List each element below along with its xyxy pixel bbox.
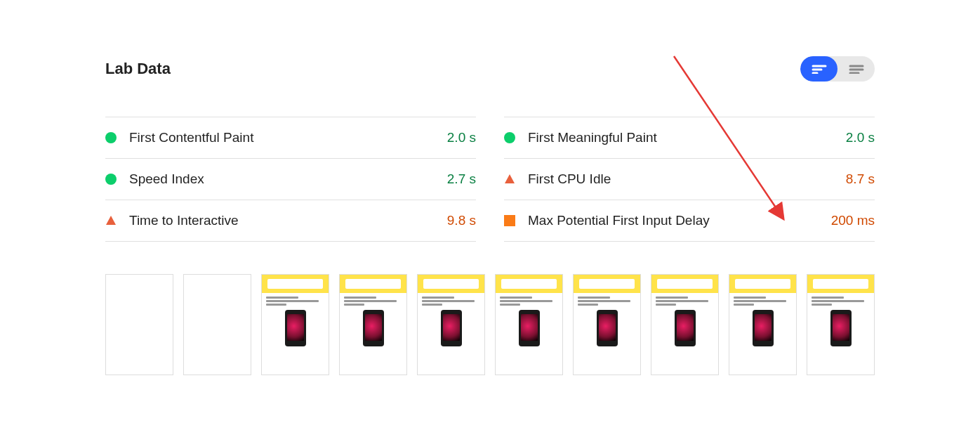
metric-row[interactable]: Max Potential First Input Delay 200 ms (504, 200, 875, 242)
metric-value: 8.7 s (846, 171, 875, 187)
metric-value: 2.0 s (846, 130, 875, 145)
filmstrip-thumbnail[interactable] (183, 274, 251, 375)
metric-row[interactable]: First CPU Idle 8.7 s (504, 158, 875, 200)
metric-row[interactable]: First Meaningful Paint 2.0 s (504, 117, 875, 158)
metrics-col-right: First Meaningful Paint 2.0 s First CPU I… (504, 117, 875, 242)
filmstrip-thumbnail[interactable] (729, 274, 797, 375)
filmstrip-thumbnail[interactable] (105, 274, 173, 375)
fail-icon (105, 215, 117, 226)
fail-icon (504, 174, 515, 185)
view-toggle-summary[interactable] (800, 56, 837, 82)
metrics-col-left: First Contentful Paint 2.0 s Speed Index… (105, 117, 476, 242)
metric-row[interactable]: First Contentful Paint 2.0 s (105, 117, 476, 158)
filmstrip-thumbnail[interactable] (339, 274, 407, 375)
pass-icon (504, 132, 515, 143)
metric-value: 9.8 s (447, 213, 476, 228)
metric-label: First Meaningful Paint (528, 130, 833, 145)
filmstrip-thumbnail[interactable] (261, 274, 329, 375)
lab-data-section: Lab Data First Contentfu (0, 0, 980, 375)
metric-row[interactable]: Speed Index 2.7 s (105, 158, 476, 200)
filmstrip-thumbnail[interactable] (417, 274, 485, 375)
view-toggle-details[interactable] (837, 56, 875, 82)
metric-label: First CPU Idle (528, 171, 833, 187)
metric-label: Max Potential First Input Delay (528, 213, 819, 228)
metric-value: 2.0 s (447, 130, 476, 145)
header-row: Lab Data (105, 56, 875, 82)
metric-label: Speed Index (129, 171, 435, 187)
svg-marker-7 (505, 174, 515, 183)
details-icon (849, 64, 864, 74)
filmstrip (105, 274, 875, 375)
metric-label: Time to Interactive (129, 213, 435, 228)
pass-icon (105, 174, 117, 185)
metric-row[interactable]: Time to Interactive 9.8 s (105, 200, 476, 242)
filmstrip-thumbnail[interactable] (573, 274, 641, 375)
view-toggle (800, 56, 875, 82)
summary-icon (812, 64, 827, 74)
pass-icon (105, 132, 117, 143)
svg-marker-6 (106, 216, 116, 225)
filmstrip-thumbnail[interactable] (807, 274, 875, 375)
page-title: Lab Data (105, 60, 171, 78)
metric-label: First Contentful Paint (129, 130, 435, 145)
metrics-grid: First Contentful Paint 2.0 s Speed Index… (105, 117, 875, 242)
filmstrip-thumbnail[interactable] (651, 274, 719, 375)
filmstrip-thumbnail[interactable] (495, 274, 563, 375)
metric-value: 2.7 s (447, 171, 476, 187)
metric-value: 200 ms (831, 213, 875, 228)
average-icon (504, 215, 515, 226)
